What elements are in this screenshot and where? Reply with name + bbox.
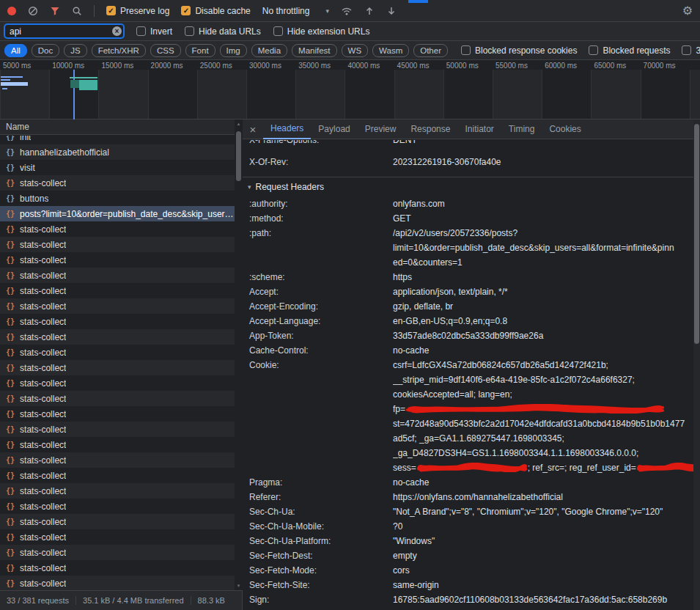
filter-pill-ws[interactable]: WS — [342, 44, 369, 57]
hide-extension-urls-checkbox[interactable]: Hide extension URLs — [273, 26, 370, 37]
filter-pill-img[interactable]: Img — [220, 44, 247, 57]
preserve-log-checkbox[interactable]: Preserve log — [106, 6, 169, 16]
header-name: :authority: — [249, 196, 393, 211]
script-icon: {} — [6, 364, 15, 372]
filter-pill-js[interactable]: JS — [64, 44, 86, 57]
request-row[interactable]: {}stats-collect — [0, 252, 242, 268]
request-row[interactable]: {}stats-collect — [0, 375, 242, 391]
request-row[interactable]: {}stats-collect — [0, 422, 242, 437]
tab-preview[interactable]: Preview — [358, 120, 404, 139]
header-value: csrf=LdfcGX4Sa72db06824c657db26a5d142472… — [393, 358, 693, 475]
tab-headers[interactable]: Headers — [263, 120, 311, 139]
timeline-tick-label: 60000 ms — [545, 62, 577, 70]
header-row: Cookie:csrf=LdfcGX4Sa72db06824c657db26a5… — [243, 358, 693, 475]
search-icon[interactable] — [72, 6, 82, 16]
request-row[interactable]: {}stats-collect — [0, 360, 242, 375]
request-row[interactable]: {}hannahelizabethofficial — [0, 144, 242, 160]
request-list-scrollbar[interactable]: ▲ ▼ — [235, 120, 243, 590]
hide-data-urls-checkbox[interactable]: Hide data URLs — [185, 26, 261, 37]
throttling-select[interactable]: No throttling ▾ — [262, 6, 329, 16]
header-value-line: sess=; ref_src=; reg_ref_user_id= — [393, 460, 693, 475]
request-row[interactable]: {}stats-collect — [0, 175, 242, 191]
settings-gear-icon[interactable]: ⚙ — [682, 5, 693, 17]
filter-pill-doc[interactable]: Doc — [32, 44, 59, 57]
export-har-icon[interactable] — [386, 6, 397, 16]
filter-pill-all[interactable]: All — [4, 44, 27, 57]
header-value-line: csrf=LdfcGX4Sa72db06824c657db26a5d142472… — [393, 358, 693, 372]
request-row[interactable]: {}stats-collect — [0, 329, 242, 345]
script-icon: {} — [6, 225, 15, 233]
request-row[interactable]: {}stats-collect — [0, 576, 242, 590]
scrollbar-thumb[interactable] — [694, 124, 699, 344]
third-party-requests-checkbox[interactable]: 3rd-party requests — [682, 45, 700, 56]
blocked-requests-checkbox[interactable]: Blocked requests — [589, 45, 670, 56]
script-icon: {} — [6, 533, 15, 541]
request-row[interactable]: {}stats-collect — [0, 560, 242, 576]
request-row[interactable]: {}posts?limit=10&order=publish_date_desc… — [0, 206, 242, 221]
filter-pill-wasm[interactable]: Wasm — [372, 44, 409, 57]
timeline-tick-label: 15000 ms — [101, 62, 133, 70]
request-row[interactable]: {}stats-collect — [0, 483, 242, 499]
header-value-line: /api2/v2/users/20572336/posts? — [393, 226, 693, 240]
filter-pill-media[interactable]: Media — [251, 44, 287, 57]
request-row[interactable]: {}stats-collect — [0, 314, 242, 329]
request-row[interactable]: {}stats-collect — [0, 545, 242, 560]
filter-pill-other[interactable]: Other — [413, 44, 448, 57]
request-row[interactable]: {}stats-collect — [0, 298, 242, 314]
timeline-tick-label: 30000 ms — [249, 62, 281, 70]
request-row[interactable]: {}stats-collect — [0, 283, 242, 298]
request-row[interactable]: {}visit — [0, 160, 242, 175]
header-value-line: ed=0&counters=1 — [393, 255, 693, 270]
header-value: cors — [393, 563, 693, 578]
filter-icon[interactable] — [50, 6, 60, 16]
timeline-overview[interactable]: 5000 ms10000 ms15000 ms20000 ms25000 ms3… — [0, 60, 700, 120]
request-row[interactable]: {}stats-collect — [0, 529, 242, 545]
import-har-icon[interactable] — [364, 6, 375, 16]
tab-payload[interactable]: Payload — [311, 120, 357, 139]
request-row[interactable]: {}init — [0, 136, 242, 144]
network-conditions-icon[interactable] — [341, 6, 353, 16]
request-row[interactable]: {}stats-collect — [0, 221, 242, 237]
request-name: stats-collect — [20, 286, 66, 296]
filter-pill-fetch-xhr[interactable]: Fetch/XHR — [92, 44, 146, 57]
record-button[interactable] — [7, 7, 16, 15]
tab-cookies[interactable]: Cookies — [542, 120, 588, 139]
tab-response[interactable]: Response — [403, 120, 457, 139]
scrollbar-thumb[interactable] — [236, 131, 241, 181]
request-row[interactable]: {}stats-collect — [0, 452, 242, 468]
request-row[interactable]: {}stats-collect — [0, 468, 242, 483]
hide-data-urls-label: Hide data URLs — [199, 26, 261, 37]
request-row[interactable]: {}stats-collect — [0, 514, 242, 529]
tab-initiator[interactable]: Initiator — [457, 120, 501, 139]
request-row[interactable]: {}stats-collect — [0, 345, 242, 360]
request-headers-section[interactable]: ▾ Request Headers — [243, 177, 693, 196]
request-row[interactable]: {}stats-collect — [0, 437, 242, 452]
request-row[interactable]: {}stats-collect — [0, 406, 242, 422]
request-row[interactable]: {}stats-collect — [0, 268, 242, 283]
scroll-up-arrow-icon[interactable]: ▲ — [235, 122, 243, 126]
header-row: Sec-Fetch-Mode:cors — [243, 563, 693, 578]
header-name: Sec-Fetch-Site: — [249, 578, 393, 592]
request-row[interactable]: {}stats-collect — [0, 499, 242, 514]
filter-pill-font[interactable]: Font — [185, 44, 215, 57]
request-name: stats-collect — [20, 255, 66, 265]
request-row[interactable]: {}stats-collect — [0, 391, 242, 406]
filter-pill-css[interactable]: CSS — [150, 44, 181, 57]
request-row[interactable]: {}buttons — [0, 191, 242, 206]
header-value-line: __stripe_mid=9df140f6-e64a-419e-85fc-a1c… — [393, 372, 693, 387]
clear-input-icon[interactable]: × — [112, 26, 122, 36]
request-row[interactable]: {}stats-collect — [0, 237, 242, 252]
name-column-header[interactable]: Name — [0, 120, 242, 135]
blocked-response-cookies-checkbox[interactable]: Blocked response cookies — [461, 45, 577, 56]
tab-timing[interactable]: Timing — [501, 120, 542, 139]
disable-cache-checkbox[interactable]: Disable cache — [181, 6, 250, 16]
close-icon[interactable]: × — [243, 120, 263, 139]
header-row: X-Of-Rev:202312261916-30670fa40e — [243, 155, 693, 169]
invert-checkbox[interactable]: Invert — [136, 26, 172, 37]
filter-input[interactable] — [4, 24, 124, 38]
filter-pill-manifest[interactable]: Manifest — [292, 44, 336, 57]
details-scrollbar[interactable] — [693, 120, 700, 610]
scroll-down-arrow-icon[interactable]: ▼ — [235, 584, 243, 588]
clear-icon[interactable] — [28, 6, 38, 16]
script-icon: {} — [6, 425, 15, 433]
